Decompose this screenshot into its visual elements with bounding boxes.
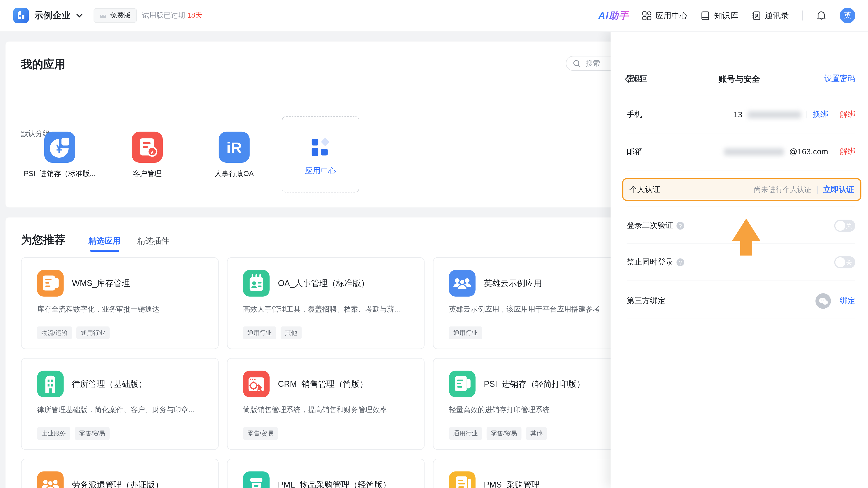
phone-number-redacted: [748, 111, 801, 118]
recommended-app-card[interactable]: WMS_库存管理 库存全流程数字化，业务审批一键通达 物流/运输通用行业: [21, 257, 219, 349]
login-2fa-label: 登录二次验证?: [627, 221, 684, 231]
app-tag: 通用行业: [449, 427, 482, 440]
app-description: 轻量高效的进销存打印管理系统: [449, 405, 614, 415]
wechat-icon[interactable]: [815, 293, 831, 309]
recommended-app-card[interactable]: 英雄云示例应用 英雄云示例应用，该应用用于平台应用搭建参考 通用行业: [433, 257, 630, 349]
nav-knowledge-base-label: 知识库: [714, 10, 738, 21]
app-description: 库存全流程数字化，业务审批一键通达: [37, 304, 203, 314]
tab-featured-plugins[interactable]: 精选插件: [137, 236, 169, 252]
nav-knowledge-base[interactable]: 知识库: [701, 10, 738, 21]
app-tag: 其他: [526, 427, 547, 440]
action-divider: [834, 148, 834, 156]
hr-letters-icon: iR: [219, 132, 250, 163]
app-center-tile[interactable]: 应用中心: [282, 116, 360, 193]
top-bar: 示例企业 免费版 试用版已过期 18天 AI助手 应用中心 知识库 通讯录: [0, 0, 868, 32]
app-title: PML_物品采购管理（轻简版）: [278, 480, 391, 488]
app-center-label: 应用中心: [282, 166, 359, 176]
company-switcher[interactable]: 示例企业: [13, 8, 83, 23]
document-printer-icon: [449, 371, 475, 397]
app-tile-hr-oa[interactable]: iR 人事行政OA: [195, 132, 273, 179]
login-2fa-toggle[interactable]: 关: [834, 220, 855, 232]
app-tag: 通用行业: [449, 326, 482, 339]
action-divider: [834, 111, 834, 119]
email-row: 邮箱 @163.com 解绑: [627, 134, 855, 169]
people-group-icon: [37, 471, 64, 488]
company-name: 示例企业: [34, 10, 71, 21]
app-title: PSI_进销存（轻简打印版）: [484, 379, 585, 389]
verify-now-link[interactable]: 立即认证: [823, 185, 854, 195]
plan-badge[interactable]: 免费版: [94, 8, 136, 23]
receipt-icon: [449, 471, 475, 488]
phone-row: 手机 13 换绑 解绑: [627, 97, 855, 132]
nav-contacts[interactable]: 通讯录: [751, 10, 789, 21]
email-label: 邮箱: [627, 147, 642, 157]
app-tags: 物流/运输通用行业: [37, 326, 110, 339]
search-icon: [573, 59, 581, 67]
personal-cert-row[interactable]: 个人认证 尚未进行个人认证 立即认证: [622, 178, 862, 201]
top-right-nav: AI助手 应用中心 知识库 通讯录 英: [598, 8, 855, 23]
user-avatar[interactable]: 英: [840, 8, 855, 23]
recommend-tabs: 精选应用 精选插件: [89, 236, 169, 252]
app-description: 简版销售管理系统，提高销售和财务管理效率: [243, 405, 408, 415]
people-group-icon: [449, 270, 475, 297]
hr-notepad-icon: [243, 270, 270, 297]
cert-status-text: 尚未进行个人认证: [754, 185, 812, 195]
recommended-app-card[interactable]: PML_物品采购管理（轻简版）: [227, 459, 425, 488]
app-title: WMS_库存管理: [72, 278, 130, 289]
toggle-knob: [835, 221, 845, 231]
password-row: 密码 设置密码: [627, 61, 855, 96]
psi-pie-currency-icon: ¥: [44, 132, 75, 163]
password-label: 密码: [627, 74, 642, 84]
book-icon: [701, 11, 710, 20]
third-party-row: 第三方绑定 绑定: [627, 283, 855, 319]
app-tag: 零售/贸易: [75, 427, 110, 440]
app-tags: 通用行业零售/贸易其他: [449, 427, 547, 440]
app-tag: 通用行业: [76, 326, 110, 339]
building-icon: [37, 371, 64, 397]
app-description: 英雄云示例应用，该应用用于平台应用搭建参考: [449, 304, 614, 314]
target-cursor-icon: [243, 371, 270, 397]
nav-app-center[interactable]: 应用中心: [642, 10, 688, 21]
crown-icon: [99, 12, 107, 19]
company-logo-icon: [13, 8, 29, 23]
help-icon[interactable]: ?: [677, 222, 684, 230]
app-tags: 零售/贸易: [243, 427, 278, 440]
forbid-concurrent-toggle[interactable]: 关: [834, 256, 855, 268]
help-icon[interactable]: ?: [677, 258, 684, 266]
document-star-icon: ★: [132, 132, 163, 163]
grid-icon: [642, 11, 652, 20]
app-tile-customer-mgmt[interactable]: ★ 客户管理: [108, 132, 186, 179]
recommended-app-card[interactable]: CRM_销售管理（简版） 简版销售管理系统，提高销售和财务管理效率 零售/贸易: [227, 358, 425, 450]
svg-text:★: ★: [150, 149, 155, 155]
third-party-label: 第三方绑定: [627, 296, 665, 306]
ai-assistant-link[interactable]: AI助手: [598, 9, 629, 22]
recommended-app-card[interactable]: 劳务派遣管理（办证版）: [21, 459, 219, 488]
app-window: 示例企业 免费版 试用版已过期 18天 AI助手 应用中心 知识库 通讯录: [0, 0, 868, 488]
rebind-phone-link[interactable]: 换绑: [813, 109, 828, 120]
phone-number-prefix: 13: [734, 110, 743, 119]
recommended-app-card[interactable]: PMS_采购管理: [433, 459, 630, 488]
nav-contacts-label: 通讯录: [765, 10, 789, 21]
app-title: 劳务派遣管理（办证版）: [72, 480, 163, 488]
recommended-app-card[interactable]: PSI_进销存（轻简打印版） 轻量高效的进销存打印管理系统 通用行业零售/贸易其…: [433, 358, 630, 450]
unbind-phone-link[interactable]: 解绑: [840, 109, 855, 120]
recommended-app-card[interactable]: OA_人事管理（标准版） 高效人事管理工具，覆盖招聘、档案、考勤与薪... 通用…: [227, 257, 425, 349]
app-tag: 零售/贸易: [487, 427, 522, 440]
app-description: 律所管理基础版，简化案件、客户、财务与印章...: [37, 405, 203, 415]
bind-wechat-link[interactable]: 绑定: [840, 296, 855, 306]
email-user-redacted: [724, 148, 783, 155]
address-book-icon: [751, 11, 761, 20]
chevron-down-icon: [76, 13, 83, 18]
personal-cert-label: 个人认证: [629, 185, 660, 195]
notification-bell-icon[interactable]: [816, 10, 827, 21]
recommended-app-card[interactable]: 律所管理（基础版） 律所管理基础版，简化案件、客户、财务与印章... 企业服务零…: [21, 358, 219, 450]
set-password-link[interactable]: 设置密码: [825, 74, 855, 84]
app-tag: 企业服务: [37, 427, 70, 440]
app-tile-psi-standard[interactable]: ¥ PSI_进销存（标准版...: [21, 132, 98, 179]
unbind-email-link[interactable]: 解绑: [840, 147, 855, 157]
app-center-squares-icon: [309, 136, 332, 158]
app-title: CRM_销售管理（简版）: [278, 379, 368, 389]
row-divider: [627, 133, 855, 133]
tab-featured-apps[interactable]: 精选应用: [89, 236, 121, 252]
app-tags: 通用行业: [449, 326, 482, 339]
